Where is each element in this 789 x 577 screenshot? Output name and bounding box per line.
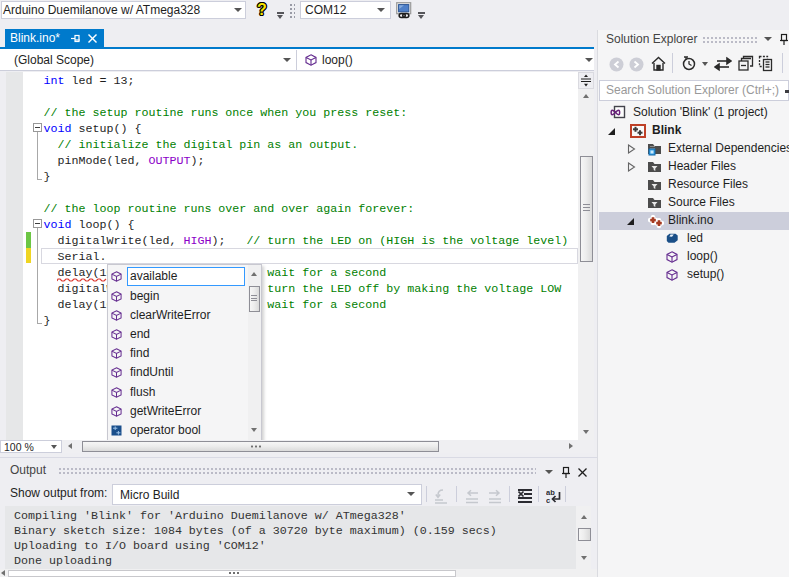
svg-text:c: c [546,496,550,505]
